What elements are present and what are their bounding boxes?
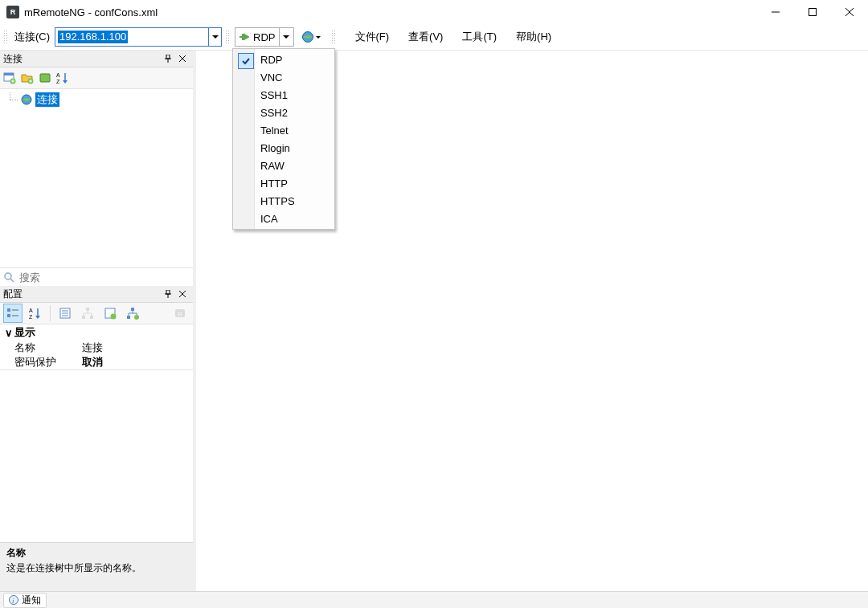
svg-rect-6 xyxy=(166,55,170,59)
property-category[interactable]: ∨ 显示 xyxy=(0,324,193,341)
connections-close-button[interactable] xyxy=(175,51,190,66)
tree-root-label[interactable]: 连接 xyxy=(35,92,59,107)
connections-toolbar: AZ xyxy=(0,67,193,89)
tree-root-node[interactable]: 连接 xyxy=(2,92,191,107)
property-value[interactable]: 连接 xyxy=(82,341,103,355)
categorized-button[interactable] xyxy=(3,304,23,323)
connection-tree[interactable]: 连接 xyxy=(0,89,193,267)
protocol-option-label: SSH1 xyxy=(260,89,288,101)
protocol-option[interactable]: Telnet xyxy=(235,121,333,139)
globe-icon xyxy=(21,94,32,105)
protocol-combo[interactable]: RDP xyxy=(235,27,293,47)
property-row[interactable]: 密码保护取消 xyxy=(0,355,193,369)
svg-rect-32 xyxy=(7,308,10,312)
address-dropdown-arrow[interactable] xyxy=(208,28,221,46)
property-row[interactable]: 名称连接 xyxy=(0,341,193,355)
category-collapse-caret[interactable]: ∨ xyxy=(3,327,14,339)
protocol-value: RDP xyxy=(253,31,278,43)
protocol-dropdown-arrow[interactable] xyxy=(279,28,293,46)
config-panel-title: 配置 xyxy=(3,288,23,301)
new-folder-icon[interactable] xyxy=(21,71,34,84)
svg-point-60 xyxy=(134,315,139,320)
sort-az-icon[interactable]: AZ xyxy=(56,71,69,84)
menu-item[interactable]: 查看(V) xyxy=(399,27,452,47)
svg-rect-45 xyxy=(82,316,85,319)
host-status-button: R xyxy=(170,304,190,323)
connection-search-input[interactable] xyxy=(18,271,190,284)
new-connection-icon[interactable] xyxy=(3,71,16,84)
status-bar: i 通知 xyxy=(0,591,868,608)
protocol-dropdown-list[interactable]: RDPVNCSSH1SSH2TelnetRloginRAWHTTPHTTPSIC… xyxy=(232,48,335,230)
address-combo[interactable]: 192.168.1.100 xyxy=(55,27,222,47)
property-key: 名称 xyxy=(14,341,82,355)
address-input[interactable] xyxy=(55,29,208,45)
property-key: 密码保护 xyxy=(14,355,82,369)
properties-button[interactable] xyxy=(55,304,75,323)
svg-text:A: A xyxy=(56,72,60,78)
svg-rect-33 xyxy=(7,314,10,317)
property-grid[interactable]: ∨ 显示 名称连接密码保护取消 xyxy=(0,324,193,370)
svg-text:R: R xyxy=(178,311,182,318)
config-pin-button[interactable] xyxy=(161,287,175,301)
property-desc-title: 名称 xyxy=(6,546,186,560)
svg-marker-4 xyxy=(244,34,249,40)
maximize-button[interactable] xyxy=(794,0,831,24)
default-inheritance-button[interactable] xyxy=(123,304,142,323)
info-icon: i xyxy=(9,595,18,605)
close-button[interactable] xyxy=(831,0,868,24)
property-value[interactable]: 取消 xyxy=(82,355,103,369)
connection-search-row xyxy=(0,267,193,286)
svg-point-25 xyxy=(5,273,11,280)
check-icon xyxy=(238,53,254,69)
protocol-option-label: VNC xyxy=(260,71,282,84)
left-column: 连接 AZ xyxy=(0,51,196,593)
default-properties-button[interactable] xyxy=(100,304,120,323)
protocol-option[interactable]: HTTP xyxy=(235,174,333,192)
protocol-icon xyxy=(238,31,251,43)
category-label: 显示 xyxy=(14,325,35,340)
globe-button[interactable] xyxy=(297,27,325,47)
toolbar-grip-3[interactable] xyxy=(331,30,336,44)
config-close-button[interactable] xyxy=(175,287,190,301)
search-icon xyxy=(3,271,14,283)
notifications-button[interactable]: i 通知 xyxy=(3,593,47,608)
property-grid-body xyxy=(0,370,193,542)
svg-marker-39 xyxy=(35,316,40,319)
svg-text:A: A xyxy=(29,308,33,313)
menu-item[interactable]: 帮助(H) xyxy=(506,27,561,47)
svg-marker-23 xyxy=(63,80,68,84)
toolbar-grip[interactable] xyxy=(3,30,8,44)
svg-rect-12 xyxy=(4,73,14,75)
protocol-option[interactable]: Rlogin xyxy=(235,139,333,157)
main-toolbar: 连接(C) 192.168.1.100 RDP 文件(F)查看(V)工具(T)帮… xyxy=(0,24,868,51)
protocol-option[interactable]: SSH1 xyxy=(235,86,333,104)
alphabetical-button[interactable]: AZ xyxy=(26,304,45,323)
protocol-option[interactable]: RAW xyxy=(235,157,333,174)
svg-rect-44 xyxy=(86,308,89,311)
svg-line-26 xyxy=(10,279,14,282)
protocol-option[interactable]: ICA xyxy=(235,210,333,227)
config-panel-header: 配置 xyxy=(0,286,193,303)
menu-item[interactable]: 工具(T) xyxy=(452,27,506,47)
protocol-option[interactable]: VNC xyxy=(235,68,333,86)
notifications-label: 通知 xyxy=(22,594,41,607)
connections-pin-button[interactable] xyxy=(161,51,175,66)
svg-text:Z: Z xyxy=(29,314,33,320)
protocol-option-label: RDP xyxy=(260,54,282,66)
protocol-option[interactable]: RDP xyxy=(235,51,333,68)
minimize-button[interactable] xyxy=(757,0,794,24)
protocol-option-label: SSH2 xyxy=(260,107,288,119)
svg-text:Z: Z xyxy=(56,79,60,84)
view-icon[interactable] xyxy=(39,71,51,84)
menu-item[interactable]: 文件(F) xyxy=(346,27,399,47)
connect-label: 连接(C) xyxy=(14,30,50,44)
svg-rect-46 xyxy=(90,316,93,319)
property-description: 名称 这是在连接树中所显示的名称。 xyxy=(0,542,193,593)
protocol-option[interactable]: SSH2 xyxy=(235,104,333,121)
svg-rect-53 xyxy=(131,308,134,311)
connections-panel-header: 连接 xyxy=(0,51,193,67)
svg-rect-19 xyxy=(40,74,50,82)
protocol-option[interactable]: HTTPS xyxy=(235,192,333,210)
protocol-option-label: Rlogin xyxy=(260,142,290,154)
toolbar-grip-2[interactable] xyxy=(225,30,230,44)
